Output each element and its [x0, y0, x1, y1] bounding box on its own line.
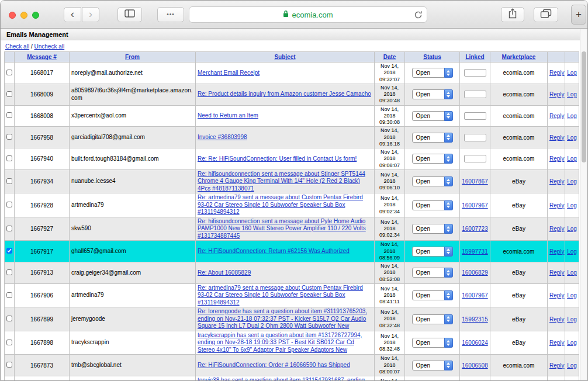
row-checkbox[interactable]	[6, 178, 12, 184]
status-select[interactable]: Open	[412, 247, 453, 257]
column-header-link[interactable]: Message #	[27, 54, 57, 60]
reply-link[interactable]: Reply	[549, 70, 565, 76]
close-window-icon[interactable]	[9, 12, 16, 19]
subject-link[interactable]: Re: HiFiSoundConnection: Order # 1606659…	[198, 362, 350, 368]
subject-link[interactable]: Re: artmedina79 sent a message about Cus…	[198, 194, 363, 215]
status-select[interactable]: Open	[412, 338, 453, 348]
reply-link[interactable]: Reply	[549, 134, 565, 141]
status-select[interactable]: Open	[412, 200, 453, 210]
status-select[interactable]: Open	[412, 268, 453, 278]
refresh-button[interactable]	[414, 11, 423, 22]
log-link[interactable]: Log	[567, 70, 577, 76]
row-checkbox[interactable]	[6, 269, 12, 275]
linked-order-link[interactable]: 15997731	[462, 248, 488, 255]
row-checkbox[interactable]	[6, 155, 12, 161]
linked-input[interactable]	[464, 134, 486, 141]
row-checkbox[interactable]	[6, 91, 12, 97]
column-header-link[interactable]: Linked	[465, 54, 484, 60]
row-checkbox[interactable]	[6, 202, 12, 207]
minimize-window-icon[interactable]	[20, 12, 27, 19]
scrollbar[interactable]	[580, 29, 587, 380]
linked-order-link[interactable]: 16007967	[462, 292, 488, 299]
status-select[interactable]: Open	[412, 290, 453, 300]
subject-link[interactable]: Merchant Email Receipt	[198, 70, 260, 76]
row-checkbox[interactable]	[6, 362, 12, 368]
share-button[interactable]	[501, 7, 524, 22]
reply-link[interactable]: Reply	[549, 113, 565, 119]
log-link[interactable]: Log	[567, 362, 577, 369]
reply-link[interactable]: Reply	[549, 202, 565, 209]
linked-order-link[interactable]: 15992315	[462, 316, 488, 323]
linked-order-link[interactable]: 16007867	[462, 178, 488, 185]
reply-link[interactable]: Reply	[549, 362, 565, 369]
reply-link[interactable]: Reply	[549, 269, 565, 276]
status-select[interactable]: Open	[412, 154, 453, 164]
reply-link[interactable]: Reply	[549, 248, 565, 255]
log-link[interactable]: Log	[567, 178, 577, 185]
log-link[interactable]: Log	[567, 269, 577, 276]
subject-link[interactable]: Re: lorenngoode has sent a question abou…	[198, 308, 367, 329]
log-link[interactable]: Log	[567, 226, 577, 232]
linked-input[interactable]	[464, 69, 486, 77]
linked-order-link[interactable]: 16006829	[462, 269, 488, 276]
status-select[interactable]: Open	[412, 224, 453, 234]
log-link[interactable]: Log	[567, 155, 577, 162]
linked-order-link[interactable]: 16007967	[462, 202, 488, 209]
status-select[interactable]: Open	[412, 361, 453, 370]
log-link[interactable]: Log	[567, 248, 577, 255]
reply-link[interactable]: Reply	[549, 178, 565, 185]
subject-link[interactable]: Re: hifisoundconnection sent a message a…	[198, 218, 366, 239]
log-link[interactable]: Log	[567, 292, 577, 299]
status-select[interactable]: Open	[412, 176, 453, 186]
subject-link[interactable]: Re: artmedina79 sent a message about Cus…	[198, 285, 363, 306]
reply-link[interactable]: Reply	[549, 155, 565, 162]
linked-order-link[interactable]: 16007723	[462, 226, 488, 232]
address-bar[interactable]: ecomia.com	[189, 6, 427, 23]
linked-input[interactable]	[464, 91, 486, 98]
reply-link[interactable]: Reply	[549, 91, 565, 98]
zoom-window-icon[interactable]	[32, 12, 39, 19]
uncheck-all-link[interactable]: Uncheck all	[34, 43, 64, 50]
log-link[interactable]: Log	[567, 91, 577, 98]
log-link[interactable]: Log	[567, 202, 577, 209]
new-tab-button[interactable]: +	[571, 5, 586, 25]
subject-link[interactable]: Need to Return an Item	[198, 112, 258, 119]
column-header-link[interactable]: Date	[383, 54, 396, 60]
back-button[interactable]: ‹	[64, 7, 81, 22]
column-header-link[interactable]: Status	[423, 54, 441, 60]
subject-link[interactable]: Re: About 16085829	[198, 269, 251, 276]
check-all-link[interactable]: Check all	[5, 43, 29, 50]
reply-link[interactable]: Reply	[549, 340, 565, 346]
subject-link[interactable]: Invoice #36803998	[198, 134, 247, 140]
row-checkbox[interactable]	[6, 340, 12, 345]
row-checkbox[interactable]	[6, 112, 12, 118]
status-select[interactable]: Open	[412, 133, 453, 143]
reply-link[interactable]: Reply	[549, 292, 565, 299]
reply-link[interactable]: Reply	[549, 226, 565, 232]
linked-order-link[interactable]: 16006024	[462, 340, 488, 346]
tabs-button[interactable]	[534, 7, 558, 22]
row-checkbox[interactable]	[6, 70, 12, 75]
forward-button[interactable]: ›	[82, 7, 99, 22]
column-header-link[interactable]: Subject	[274, 54, 295, 60]
linked-order-link[interactable]: 16006508	[462, 362, 488, 369]
subject-link[interactable]: Re: hifisoundconnection sent a message a…	[198, 171, 365, 192]
subject-link[interactable]: Re: HiFiSoundConnection: Return #62156 W…	[198, 248, 350, 254]
status-select[interactable]: Open	[412, 89, 453, 99]
log-link[interactable]: Log	[567, 316, 577, 323]
row-checkbox[interactable]	[6, 134, 12, 140]
reply-link[interactable]: Reply	[549, 316, 565, 323]
scrollbar-thumb[interactable]	[582, 51, 586, 162]
sidebar-button[interactable]	[117, 7, 142, 22]
status-select[interactable]: Open	[412, 314, 453, 324]
linked-input[interactable]	[464, 155, 486, 162]
row-checkbox[interactable]	[6, 316, 12, 321]
column-header-link[interactable]: From	[125, 54, 140, 60]
subject-link[interactable]: Re: Product details inquiry from Amazon …	[198, 91, 371, 97]
tab-overview-button[interactable]: •••	[157, 7, 184, 22]
linked-input[interactable]	[464, 112, 486, 120]
row-checkbox[interactable]	[6, 248, 12, 254]
subject-link[interactable]: tracykscrappin has sent a question about…	[198, 332, 362, 353]
row-checkbox[interactable]	[6, 226, 12, 231]
subject-link[interactable]: Re: Re: HiFiSoundConnection: User filled…	[198, 155, 357, 162]
